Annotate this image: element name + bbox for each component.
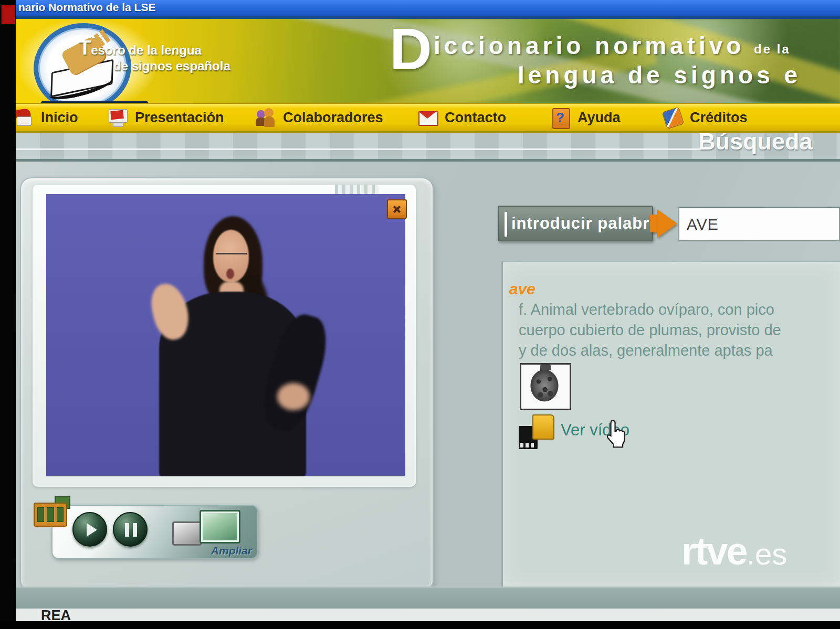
folder-icon [532,414,554,440]
nav-item-inicio[interactable]: Inicio [14,104,78,131]
tagline-line1: esoro de la lengua [91,43,202,57]
credits-icon [663,107,682,128]
play-button[interactable] [72,512,107,547]
film-strip-icon [34,496,71,530]
rae-crest-crown [540,365,551,370]
help-icon: ? [550,107,570,128]
nav-item-creditos[interactable]: Créditos [663,104,748,131]
arrow-right-icon [657,209,677,238]
sign-language-video[interactable] [46,194,405,476]
introduce-word-label: introducir palabra [511,214,659,233]
player-controls-bar: Ampliar [51,505,258,559]
section-divider-line [16,148,705,150]
logo-tagline: Tesoro de la lengua de signos española [79,40,230,74]
rtve-logo: rtve.es [681,529,787,573]
nav-label-presentacion: Presentación [135,110,224,126]
introduce-word-button[interactable]: introducir palabra [498,206,653,241]
footer-light-band [16,609,840,622]
hand-cursor-icon [602,418,631,451]
site-title-dropcap: D [390,22,432,77]
tagline-initial: T [79,37,91,59]
nav-item-presentacion[interactable]: Presentación [108,104,224,131]
definition-line-1: f. Animal vertebrado ovíparo, con pico [519,301,774,318]
definition-line-3: y de dos alas, generalmente aptas pa [519,342,773,359]
definition-line-2: cuerpo cubierto de plumas, provisto de [519,322,781,339]
rtve-brand: rtve [681,529,747,573]
video-file-icon[interactable] [519,414,553,450]
signer-glasses [216,253,247,254]
search-result-panel: ave f. Animal vertebrado ovíparo, con pi… [501,261,840,588]
play-icon [87,523,97,537]
contact-envelope-icon [417,107,437,128]
pause-button[interactable] [113,512,148,547]
application-window: nario Normativo de la LSE Tesoro de la l… [0,0,840,629]
enlarge-label: Ampliar [211,545,252,557]
monitor-large-icon [200,510,240,543]
rtve-tld: .es [747,537,787,571]
pause-icon-bar [133,523,137,537]
screen-black-strip [0,0,16,629]
presentation-icon [108,107,128,128]
nav-item-contacto[interactable]: Contacto [417,104,506,131]
monitor-small-icon [172,521,202,546]
nav-label-ayuda: Ayuda [578,110,621,126]
site-title-line1: iccionario normativo [434,31,744,60]
site-title-line2: lengua de signos e [518,61,801,89]
window-title: nario Normativo de la LSE [18,1,155,14]
window-titlebar[interactable]: nario Normativo de la LSE [16,0,840,16]
footer-teal-band [16,587,840,610]
home-icon [14,107,34,128]
caret-bar-icon [505,212,507,237]
search-input[interactable] [678,207,840,241]
site-title-dela: de la [754,42,791,57]
nav-label-creditos: Créditos [690,110,748,126]
main-navbar: Inicio Presentación Colaboradores Contac… [16,103,840,133]
enlarge-button[interactable] [172,510,240,549]
signer-mouth [226,269,234,279]
signer-lower-hand [277,383,310,410]
rae-crest-emblem [530,369,559,402]
nav-item-ayuda[interactable]: ? Ayuda [550,104,621,131]
tagline-line2: de signos española [113,58,230,74]
header-banner: Tesoro de la lengua de signos española D… [16,19,840,103]
film-slots [520,443,536,447]
video-close-button[interactable] [387,199,407,219]
result-headword: ave [509,280,536,298]
collaborators-icon [256,107,276,128]
nav-label-inicio: Inicio [41,110,78,126]
nav-label-contacto: Contacto [445,110,506,126]
nav-label-colaboradores: Colaboradores [283,110,383,126]
nav-item-colaboradores[interactable]: Colaboradores [256,104,383,131]
pause-icon [125,523,129,537]
record-indicator [2,5,15,24]
screen-black-bottom-bar [0,621,840,629]
rae-crest-image [520,363,571,410]
